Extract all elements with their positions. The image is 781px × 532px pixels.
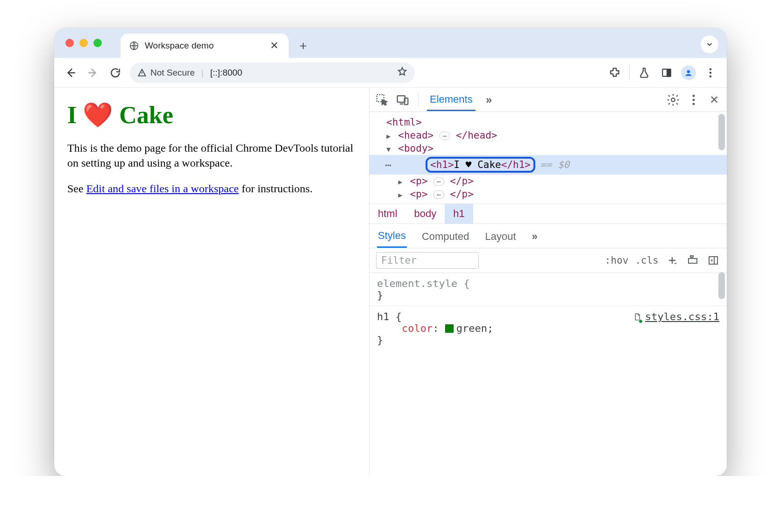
expand-icon[interactable]: ▶ (397, 178, 404, 186)
new-style-rule-button[interactable] (665, 253, 679, 267)
styles-filter-input[interactable]: Filter (376, 252, 479, 269)
crumb-html[interactable]: html (369, 204, 406, 224)
close-tab-button[interactable]: ✕ (268, 40, 280, 52)
file-icon (633, 312, 641, 322)
svg-rect-9 (405, 98, 408, 105)
svg-rect-14 (689, 259, 697, 263)
toolbar-divider (629, 66, 630, 79)
svg-point-12 (693, 98, 695, 101)
page-paragraph-2: See Edit and save files in a workspace f… (67, 181, 356, 196)
rules-scrollbar[interactable] (718, 272, 725, 299)
collapse-icon[interactable]: ▼ (385, 145, 392, 154)
page-paragraph-1: This is the demo page for the official C… (67, 140, 356, 171)
dom-html-open[interactable]: <html> (386, 117, 422, 128)
tab-computed[interactable]: Computed (421, 225, 470, 247)
svg-point-3 (687, 70, 690, 73)
security-label: Not Secure (150, 68, 195, 78)
svg-rect-2 (667, 69, 671, 76)
close-window-button[interactable] (65, 39, 74, 47)
side-panel-button[interactable] (659, 65, 674, 81)
selected-ref: == $0 (540, 159, 569, 170)
expand-icon[interactable]: ▶ (397, 191, 404, 199)
security-chip[interactable]: Not Secure (137, 68, 195, 78)
highlight-box: <h1>I ♥ Cake</h1> (426, 157, 535, 173)
back-button[interactable] (63, 65, 78, 81)
chrome-menu-button[interactable] (703, 65, 718, 81)
svg-point-5 (710, 71, 711, 73)
labs-button[interactable] (636, 65, 652, 81)
flexbox-overlay-button[interactable] (686, 253, 700, 267)
svg-point-4 (710, 68, 711, 70)
source-file-link[interactable]: styles.css:1 (633, 311, 719, 322)
bookmark-star-button[interactable] (397, 66, 407, 79)
reload-button[interactable] (107, 65, 123, 81)
dom-body-open[interactable]: <body> (398, 143, 433, 154)
element-style-block[interactable]: element.style { } (377, 276, 719, 303)
new-tab-button[interactable]: ＋ (294, 36, 312, 54)
address-bar[interactable]: Not Secure | [::]:8000 (130, 63, 415, 83)
styles-toolbar: Filter :hov .cls (369, 248, 727, 273)
forward-button[interactable] (85, 65, 101, 81)
extensions-button[interactable] (607, 65, 623, 81)
svg-point-11 (693, 94, 695, 97)
profile-avatar-button[interactable] (681, 65, 696, 80)
dom-breadcrumb: html body h1 (369, 203, 727, 224)
expand-icon[interactable]: ▶ (385, 132, 392, 140)
ellipsis-icon[interactable]: ⋯ (433, 177, 444, 186)
dom-selected-h1[interactable]: ⋯ <h1>I ♥ Cake</h1> == $0 (369, 155, 727, 175)
css-rules: element.style { } styles.css:1 h1 { colo… (369, 273, 727, 354)
window-controls (65, 39, 102, 47)
workspace-tutorial-link[interactable]: Edit and save files in a workspace (86, 182, 239, 195)
crumb-body[interactable]: body (406, 204, 445, 224)
computed-panel-toggle-button[interactable] (706, 253, 720, 267)
more-actions-icon[interactable]: ⋯ (379, 159, 398, 171)
device-toolbar-button[interactable] (396, 93, 410, 107)
crumb-h1[interactable]: h1 (445, 204, 473, 224)
color-swatch-icon[interactable] (445, 324, 454, 333)
main-split: I ❤️ Cake This is the demo page for the … (54, 88, 727, 476)
page-heading: I ❤️ Cake (67, 101, 356, 129)
minimize-window-button[interactable] (79, 39, 88, 47)
devtools-toolbar: Elements » ✕ (369, 88, 727, 112)
tab-overflow-button[interactable] (701, 35, 718, 53)
browser-tab[interactable]: Workspace demo ✕ (121, 34, 289, 58)
more-tabs-button[interactable]: » (482, 93, 496, 107)
toolbar: Not Secure | [::]:8000 (54, 58, 727, 88)
page-content: I ❤️ Cake This is the demo page for the … (54, 88, 369, 476)
svg-point-10 (671, 98, 675, 102)
svg-rect-16 (709, 257, 717, 264)
tab-styles[interactable]: Styles (377, 224, 407, 248)
ellipsis-icon[interactable]: ⋯ (440, 132, 450, 140)
close-devtools-button[interactable]: ✕ (707, 93, 721, 107)
css-value[interactable]: green (456, 322, 487, 334)
css-property[interactable]: color (402, 322, 433, 334)
devtools-panel: Elements » ✕ <html> ▶ <head> ⋯ </head> ▼… (369, 88, 727, 476)
h1-rule-block[interactable]: styles.css:1 h1 { color: green; } (377, 309, 719, 348)
more-style-tabs-button[interactable]: » (531, 225, 539, 247)
settings-gear-icon[interactable] (666, 93, 680, 107)
svg-rect-15 (690, 256, 693, 257)
svg-point-13 (693, 103, 695, 105)
tab-title: Workspace demo (145, 41, 263, 51)
inspect-element-button[interactable] (375, 93, 389, 107)
fullscreen-window-button[interactable] (93, 39, 102, 47)
styles-panel-tabs: Styles Computed Layout » (369, 224, 727, 248)
titlebar: Workspace demo ✕ ＋ (54, 28, 727, 58)
svg-point-6 (710, 75, 711, 77)
tab-elements[interactable]: Elements (427, 89, 476, 111)
cls-toggle[interactable]: .cls (635, 255, 659, 266)
globe-icon (129, 41, 139, 51)
hov-toggle[interactable]: :hov (605, 255, 629, 266)
browser-window: Workspace demo ✕ ＋ Not Secure | [::]:800… (54, 28, 727, 476)
kebab-menu-button[interactable] (687, 93, 701, 107)
ellipsis-icon[interactable]: ⋯ (433, 190, 444, 199)
dom-tree[interactable]: <html> ▶ <head> ⋯ </head> ▼ <body> ⋯ <h1… (369, 112, 727, 203)
url-text: [::]:8000 (210, 68, 242, 78)
tab-layout[interactable]: Layout (484, 225, 517, 247)
